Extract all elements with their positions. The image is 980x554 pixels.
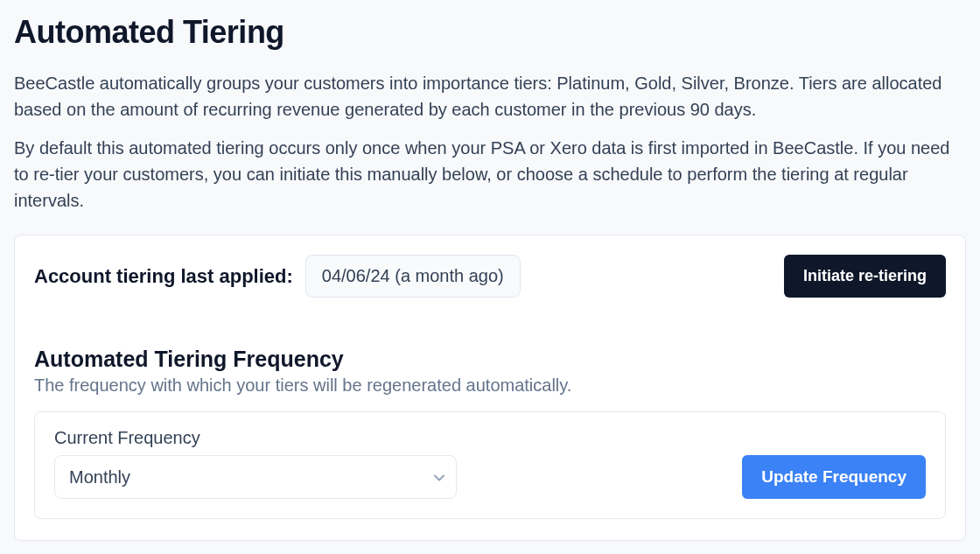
- frequency-label: Current Frequency: [54, 428, 457, 448]
- initiate-retiering-button[interactable]: Initiate re-tiering: [784, 255, 946, 298]
- update-frequency-button[interactable]: Update Frequency: [742, 455, 926, 499]
- intro-paragraph-1: BeeCastle automatically groups your cust…: [14, 70, 966, 123]
- frequency-section-subtitle: The frequency with which your tiers will…: [34, 375, 946, 396]
- frequency-box: Current Frequency Monthly Update Frequen…: [34, 411, 946, 519]
- tiering-last-applied-row: Account tiering last applied: 04/06/24 (…: [34, 255, 946, 298]
- intro-paragraphs: BeeCastle automatically groups your cust…: [14, 70, 966, 214]
- frequency-left: Current Frequency Monthly: [54, 428, 457, 499]
- tiering-last-applied-value: 04/06/24 (a month ago): [305, 255, 521, 298]
- page-title: Automated Tiering: [14, 14, 966, 51]
- frequency-select[interactable]: Monthly: [54, 455, 457, 499]
- frequency-section-title: Automated Tiering Frequency: [34, 347, 946, 372]
- tiering-last-applied-label: Account tiering last applied:: [34, 265, 293, 288]
- intro-paragraph-2: By default this automated tiering occurs…: [14, 135, 966, 214]
- frequency-right: Update Frequency: [478, 455, 926, 499]
- frequency-select-wrap: Monthly: [54, 455, 457, 499]
- tiering-card: Account tiering last applied: 04/06/24 (…: [14, 235, 966, 541]
